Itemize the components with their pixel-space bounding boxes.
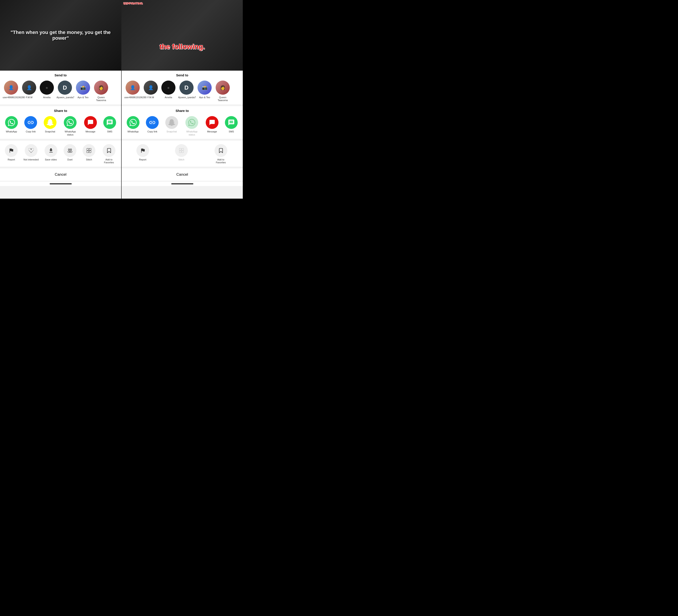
whatsapp-icon <box>127 116 140 129</box>
flag-icon <box>137 144 149 157</box>
cancel-button[interactable]: Cancel <box>4 172 117 177</box>
share-item-copylink[interactable]: Copy link <box>23 115 38 137</box>
snapchat-icon <box>165 116 178 129</box>
contact-item[interactable]: D Ajuwon_iyanda7 <box>177 80 196 103</box>
video-quote: "Then when you get the money, you get th… <box>0 25 121 45</box>
svg-rect-4 <box>87 148 89 150</box>
contact-item[interactable]: 👤 F.M.M <box>142 80 159 103</box>
contact-avatar: ● <box>40 81 54 95</box>
share-item-snapchat[interactable]: Snapchat <box>42 115 58 137</box>
action-label: Duet <box>67 158 72 161</box>
contact-avatar: ● <box>161 81 176 95</box>
svg-point-0 <box>68 149 70 150</box>
share-item-sms[interactable]: SMS <box>224 115 239 137</box>
send-to-title: Send to <box>122 73 243 77</box>
contact-item[interactable]: 📸 Ayo & Teo <box>74 80 92 103</box>
hashtag-text: EEPFIGHTING <box>123 2 143 5</box>
share-label: WhatsApp <box>127 130 139 133</box>
action-item-add-favorites[interactable]: Add to Favorites <box>101 143 118 165</box>
contact-name: Queen Taaooma <box>93 96 110 102</box>
share-to-title: Share to <box>0 109 121 113</box>
whatsapp-icon <box>5 116 18 129</box>
contact-avatar: D <box>58 81 72 95</box>
contact-item[interactable]: 👩 Queen Taaooma <box>214 80 232 103</box>
actions-row: Report Not interested Save video Duet St… <box>0 143 121 165</box>
svg-rect-7 <box>89 151 91 153</box>
svg-rect-10 <box>179 151 181 153</box>
share-item-copylink[interactable]: Copy link <box>145 115 160 137</box>
phone-panel-right: EEPFIGHTING the following. Send to 👤 use… <box>121 0 243 199</box>
video-text: the following. <box>124 38 240 55</box>
share-label: WhatsApp status <box>63 130 78 136</box>
home-indicator <box>122 182 243 186</box>
share-item-whatsapp-status[interactable]: WhatsApp status <box>62 115 79 137</box>
actions-row: Report Stitch Add to Favorites <box>122 143 243 165</box>
share-label: WhatsApp <box>6 130 17 133</box>
contact-avatar: 👤 <box>4 81 18 95</box>
cancel-button[interactable]: Cancel <box>125 172 239 177</box>
contact-name: F.M.M <box>147 96 154 99</box>
contact-avatar: 👤 <box>144 81 158 95</box>
action-item-report[interactable]: Report <box>3 143 19 165</box>
contact-item[interactable]: 👤 F.M.M <box>20 80 38 103</box>
cancel-section: Cancel <box>0 168 121 181</box>
svg-rect-5 <box>89 148 91 150</box>
share-label: Snapchat <box>166 130 177 133</box>
contact-item[interactable]: ● Amelia <box>159 80 177 103</box>
action-item-report[interactable]: Report <box>135 143 151 165</box>
share-label: Snapchat <box>45 130 55 133</box>
share-label: WhatsApp status <box>184 130 199 136</box>
message-icon <box>84 116 97 129</box>
share-label: Copy link <box>26 130 36 133</box>
share-to-section: Share to WhatsApp Copy link Snapchat <box>122 106 243 139</box>
stitch-icon <box>175 144 188 157</box>
action-item-stitch: Stitch <box>174 143 189 165</box>
action-item-duet[interactable]: Duet <box>62 143 78 165</box>
contact-avatar: 👤 <box>125 81 140 95</box>
share-item-whatsapp-status[interactable]: WhatsApp status <box>183 115 200 137</box>
contacts-row: 👤 user4868619106280 👤 F.M.M ● Amelia D A… <box>122 80 243 103</box>
share-item-whatsapp[interactable]: WhatsApp <box>4 115 19 137</box>
video-area: "Then when you get the money, you get th… <box>0 0 121 71</box>
contact-avatar: D <box>180 81 194 95</box>
video-background: "Then when you get the money, you get th… <box>0 0 121 71</box>
home-bar <box>50 183 72 184</box>
cancel-section: Cancel <box>122 168 243 181</box>
share-row: WhatsApp Copy link Snapchat WhatsApp sta… <box>0 115 121 137</box>
whatsapp-status-icon <box>185 116 198 129</box>
whatsapp-status-icon <box>64 116 77 129</box>
contact-name: Amelia <box>165 96 172 99</box>
share-item-message[interactable]: Message <box>83 115 98 137</box>
home-bar <box>171 183 193 184</box>
contact-name: F.M.M <box>26 96 32 99</box>
action-label: Save video <box>45 158 57 161</box>
contact-item[interactable]: 👤 user4868619106280 <box>2 80 20 103</box>
duet-icon <box>64 144 76 157</box>
action-item-add-favorites[interactable]: Add to Favorites <box>212 143 229 165</box>
svg-rect-8 <box>179 148 181 150</box>
contact-name: Ayo & Teo <box>77 96 88 99</box>
share-item-whatsapp[interactable]: WhatsApp <box>125 115 141 137</box>
contact-name: user4868619106280 <box>3 96 20 99</box>
share-item-snapchat[interactable]: Snapchat <box>164 115 180 137</box>
contact-item[interactable]: 📸 Ayo & Teo <box>196 80 214 103</box>
contact-item[interactable]: 👩 Queen Taaooma <box>92 80 110 103</box>
bookmark-icon <box>215 144 227 157</box>
svg-rect-6 <box>87 151 89 153</box>
contact-item[interactable]: ● Amelia <box>38 80 55 103</box>
action-label: Add to Favorites <box>213 158 229 164</box>
action-item-not-interested[interactable]: Not interested <box>23 143 39 165</box>
contact-item[interactable]: D Ajuwon_iyanda7 <box>55 80 74 103</box>
message-icon <box>206 116 219 129</box>
share-row: WhatsApp Copy link Snapchat WhatsApp sta… <box>122 115 243 137</box>
share-item-message[interactable]: Message <box>204 115 220 137</box>
contact-item[interactable]: 👤 user4868619106280 <box>123 80 142 103</box>
action-item-save-video[interactable]: Save video <box>43 143 59 165</box>
contact-avatar: 📸 <box>197 81 212 95</box>
share-label: Message <box>207 130 217 133</box>
share-item-sms[interactable]: SMS <box>102 115 117 137</box>
share-label: SMS <box>229 130 234 133</box>
action-item-stitch[interactable]: Stitch <box>81 143 97 165</box>
contact-name: user4868619106280 <box>124 96 141 99</box>
action-label: Stitch <box>178 158 185 161</box>
